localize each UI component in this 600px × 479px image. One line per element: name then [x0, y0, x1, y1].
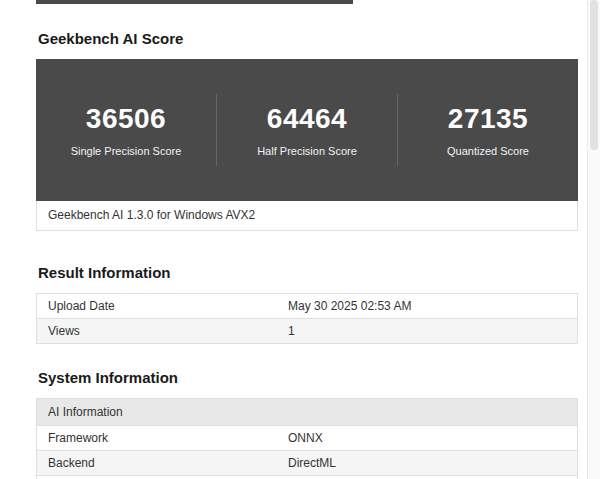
- table-row-framework: Framework ONNX: [37, 426, 578, 451]
- score-single-precision: 36506 Single Precision Score: [36, 104, 216, 157]
- result-information-table: Upload Date May 30 2025 02:53 AM Views 1: [36, 293, 578, 344]
- table-group-header-row: AI Information: [37, 399, 578, 426]
- ai-score-box: 36506 Single Precision Score 64464 Half …: [36, 59, 578, 201]
- row-value: DirectML: [277, 451, 578, 476]
- row-value: May 30 2025 02:53 AM: [277, 294, 578, 319]
- quantized-score-label: Quantized Score: [447, 145, 529, 157]
- quantized-score-value: 27135: [448, 104, 528, 134]
- system-information-title: System Information: [38, 370, 578, 386]
- row-label: Backend: [37, 451, 278, 476]
- scrollbar-thumb[interactable]: [590, 0, 598, 150]
- table-row-device: Device NVIDIA GeForce RTX 5070 Ti: [37, 476, 578, 479]
- row-label: Device: [37, 476, 278, 479]
- group-header-label: AI Information: [37, 399, 578, 426]
- row-label: Upload Date: [37, 294, 278, 319]
- row-label: Framework: [37, 426, 278, 451]
- scrollbar-track[interactable]: [587, 0, 600, 479]
- result-information-title: Result Information: [38, 265, 578, 281]
- table-row-views: Views 1: [37, 319, 578, 344]
- row-value: NVIDIA GeForce RTX 5070 Ti: [277, 476, 578, 479]
- row-label: Views: [37, 319, 278, 344]
- table-row-backend: Backend DirectML: [37, 451, 578, 476]
- half-precision-score-value: 64464: [267, 104, 347, 134]
- single-precision-score-value: 36506: [86, 104, 166, 134]
- table-row-upload-date: Upload Date May 30 2025 02:53 AM: [37, 294, 578, 319]
- benchmark-version-caption: Geekbench AI 1.3.0 for Windows AVX2: [36, 201, 578, 231]
- single-precision-score-label: Single Precision Score: [71, 145, 182, 157]
- row-value: ONNX: [277, 426, 578, 451]
- ai-score-section-title: Geekbench AI Score: [38, 31, 578, 47]
- score-quantized: 27135 Quantized Score: [398, 104, 578, 157]
- half-precision-score-label: Half Precision Score: [257, 145, 357, 157]
- score-half-precision: 64464 Half Precision Score: [217, 104, 397, 157]
- benchmark-result-page: Geekbench AI Score 36506 Single Precisio…: [36, 0, 578, 479]
- system-information-table: AI Information Framework ONNX Backend Di…: [36, 398, 578, 479]
- row-value: 1: [277, 319, 578, 344]
